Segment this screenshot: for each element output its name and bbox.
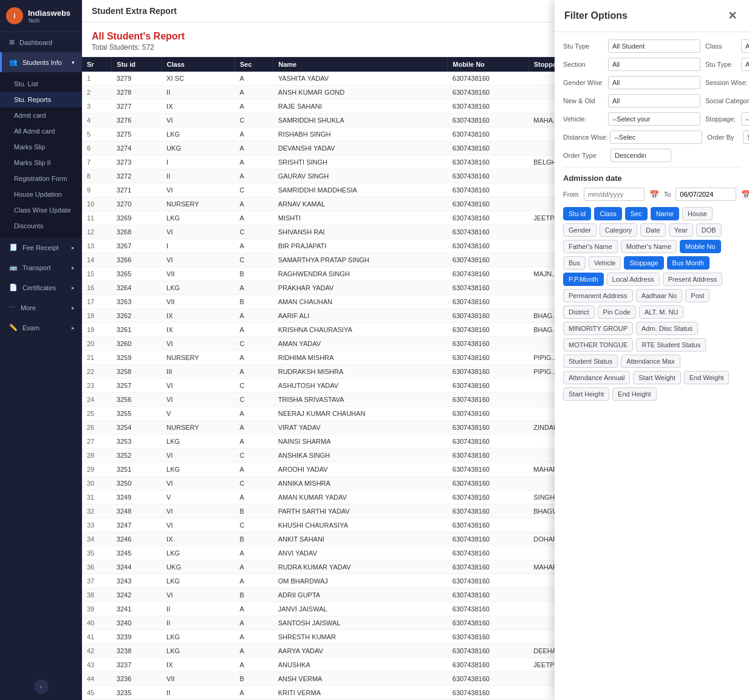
- filter-tag-mobile-no[interactable]: Mobile No: [680, 240, 721, 253]
- filter-tag-fathers-name[interactable]: Father's Name: [563, 240, 618, 253]
- from-date-input[interactable]: [584, 188, 645, 201]
- table-cell: 3240: [112, 616, 162, 630]
- sidebar-item-fee-receipt[interactable]: 🧾 Fee Receipt ▸: [0, 237, 82, 257]
- filter-col-order-by: Order By: [707, 131, 749, 144]
- table-cell: 6307438160: [448, 86, 528, 100]
- gender-wise-input[interactable]: [608, 76, 700, 89]
- filter-tag-pp-month[interactable]: P.P.Month: [563, 273, 604, 286]
- new-old-input[interactable]: [608, 94, 700, 107]
- order-type-input[interactable]: [610, 149, 671, 162]
- calendar-icon-from[interactable]: 📅: [649, 190, 659, 199]
- table-cell: II: [162, 169, 234, 183]
- filter-tag-post[interactable]: Post: [685, 289, 710, 302]
- sidebar-item-exam[interactable]: ✏️ Exam ▸: [0, 318, 82, 338]
- table-cell: 3: [82, 100, 112, 114]
- filter-tag-class[interactable]: Class: [594, 207, 622, 220]
- filter-tag-mothers-name[interactable]: Mother's Name: [621, 240, 677, 253]
- stu-type-input[interactable]: [608, 39, 700, 53]
- filter-tag-bus-month[interactable]: Bus Month: [667, 256, 710, 270]
- table-cell: SAMRIDDHI MADDHESIA: [273, 183, 448, 197]
- filter-close-button[interactable]: ✕: [725, 8, 739, 23]
- filter-tag-date[interactable]: Date: [640, 223, 665, 237]
- to-date-input[interactable]: [675, 188, 736, 201]
- table-cell: 3245: [112, 546, 162, 560]
- table-cell: 6307438160: [448, 72, 528, 86]
- sidebar-item-class-wise-update[interactable]: Class Wise Update: [0, 202, 82, 218]
- table-cell: C: [234, 253, 273, 267]
- sidebar-item-all-admit-card[interactable]: All Admit card: [0, 123, 82, 139]
- filter-tag-student-status[interactable]: Student Status: [563, 355, 618, 368]
- sidebar-item-stu-list[interactable]: Stu. List: [0, 76, 82, 92]
- table-cell: JANVI JAISWAL: [273, 602, 448, 616]
- table-cell: NAINSI SHARMA: [273, 435, 448, 449]
- filter-tag-year[interactable]: Year: [669, 223, 693, 237]
- filter-tag-attendance-max[interactable]: Attendance Max: [621, 355, 680, 368]
- sidebar-item-students-info[interactable]: 👥 Students Info ▾: [0, 52, 82, 72]
- filter-tag-sec[interactable]: Sec: [625, 207, 648, 220]
- order-by-input[interactable]: [743, 131, 749, 144]
- sidebar-item-marks-slip-ii[interactable]: Marks Slip II: [0, 155, 82, 171]
- table-cell: 6307438160: [448, 351, 528, 365]
- filter-tag-district[interactable]: District: [563, 305, 595, 319]
- table-cell: 1: [82, 72, 112, 86]
- filter-tag-pin-code[interactable]: Pin Code: [598, 305, 636, 319]
- vehicle-input[interactable]: [608, 112, 700, 126]
- sidebar-item-dashboard[interactable]: ⊞ Dashboard: [0, 32, 82, 52]
- sidebar-item-transport[interactable]: 🚌 Transport ▸: [0, 257, 82, 277]
- filter-tag-permanent-address[interactable]: Permanent Address: [563, 289, 633, 302]
- filter-tag-aadhaar-no[interactable]: Aadhaar No: [636, 289, 683, 302]
- filter-tag-vehicle[interactable]: Vehicle: [589, 256, 621, 270]
- filter-tag-bus[interactable]: Bus: [563, 256, 586, 270]
- table-cell: A: [234, 658, 273, 672]
- filter-tag-start-weight[interactable]: Start Weight: [633, 371, 680, 384]
- filter-tag-local-address[interactable]: Local Address: [607, 273, 660, 286]
- table-cell: C: [234, 393, 273, 407]
- class-input[interactable]: [741, 39, 749, 53]
- calendar-icon-to[interactable]: 📅: [741, 190, 749, 199]
- sidebar-item-stu-reports[interactable]: Stu. Reports: [0, 92, 82, 107]
- filter-tag-dob[interactable]: DOB: [696, 223, 722, 237]
- filter-tag-present-address[interactable]: Present Address: [663, 273, 723, 286]
- table-cell: 6307438160: [448, 644, 528, 658]
- filter-tag-stu-id[interactable]: Stu id: [563, 207, 591, 220]
- filter-tag-house[interactable]: House: [682, 207, 713, 220]
- filter-tag-end-weight[interactable]: End Weight: [684, 371, 730, 384]
- table-cell: 3256: [112, 393, 162, 407]
- table-cell: NURSERY: [162, 421, 234, 435]
- table-cell: 3253: [112, 435, 162, 449]
- sidebar-item-house-updation[interactable]: House Updation: [0, 186, 82, 202]
- sidebar-item-certificates[interactable]: 📄 Certificates ▸: [0, 277, 82, 297]
- filter-tag-gender[interactable]: Gender: [563, 223, 597, 237]
- table-cell: 21: [82, 351, 112, 365]
- sidebar-item-marks-slip[interactable]: Marks Slip: [0, 139, 82, 155]
- sidebar-item-registration-form[interactable]: Registration Form: [0, 171, 82, 186]
- filter-col-session: Session Wise:: [705, 76, 749, 89]
- filter-tag-attendance-annual[interactable]: Attendance Annual: [563, 371, 630, 384]
- stu-type2-input[interactable]: [741, 58, 749, 71]
- stoppage-label: Stoppage:: [705, 115, 739, 123]
- filter-tag-mother-tongue[interactable]: MOTHER TONGUE: [563, 338, 633, 352]
- filter-panel: Filter Options ✕ Stu Type Class Section …: [555, 0, 749, 700]
- filter-tag-start-height[interactable]: Start Height: [563, 387, 609, 401]
- sidebar-item-more[interactable]: ⋯ More ▸: [0, 297, 82, 318]
- table-cell: 6307438160: [448, 588, 528, 602]
- table-cell: PARTH SARTHI YADAV: [273, 505, 448, 518]
- table-cell: 3272: [112, 169, 162, 183]
- sidebar-collapse-button[interactable]: ‹: [34, 679, 49, 694]
- stoppage-input[interactable]: [741, 112, 749, 126]
- filter-tag-name[interactable]: Name: [651, 207, 679, 220]
- filter-tag-alt-m-nu[interactable]: ALT. M. NU: [639, 305, 683, 319]
- filter-tag-minority-group[interactable]: MINORITY GROUP: [563, 322, 633, 335]
- filter-tag-rte-student-status[interactable]: RTE Student Status: [636, 338, 706, 352]
- filter-tag-adm-disc-status[interactable]: Adm. Disc Status: [636, 322, 698, 335]
- table-cell: 17: [82, 295, 112, 309]
- filter-tag-end-height[interactable]: End Height: [612, 387, 656, 401]
- col-mobile: Mobile No: [448, 57, 528, 72]
- section-input[interactable]: [608, 58, 700, 71]
- sidebar-item-admit-card[interactable]: Admit card: [0, 107, 82, 123]
- sidebar: I Indiaswebs Tech ⊞ Dashboard 👥 Students…: [0, 0, 82, 700]
- distance-wise-input[interactable]: [610, 131, 702, 144]
- sidebar-item-discounts[interactable]: Discounts: [0, 218, 82, 234]
- filter-tag-stoppage[interactable]: Stoppage: [624, 256, 663, 270]
- filter-tag-category[interactable]: Category: [600, 223, 638, 237]
